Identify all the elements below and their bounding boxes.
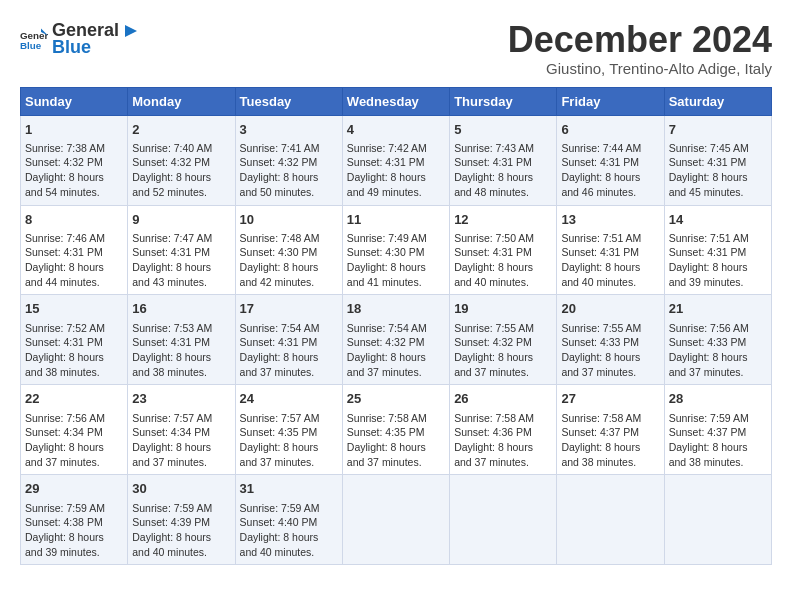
day-number: 26 [454, 390, 552, 408]
weekday-header: Friday [557, 87, 664, 115]
day-number: 27 [561, 390, 659, 408]
day-info: Sunrise: 7:59 AM Sunset: 4:39 PM Dayligh… [132, 502, 212, 558]
day-info: Sunrise: 7:43 AM Sunset: 4:31 PM Dayligh… [454, 142, 534, 198]
day-info: Sunrise: 7:45 AM Sunset: 4:31 PM Dayligh… [669, 142, 749, 198]
day-info: Sunrise: 7:51 AM Sunset: 4:31 PM Dayligh… [561, 232, 641, 288]
calendar-cell: 27 Sunrise: 7:58 AM Sunset: 4:37 PM Dayl… [557, 385, 664, 475]
day-number: 28 [669, 390, 767, 408]
day-info: Sunrise: 7:44 AM Sunset: 4:31 PM Dayligh… [561, 142, 641, 198]
day-number: 7 [669, 121, 767, 139]
day-number: 9 [132, 211, 230, 229]
weekday-header: Sunday [21, 87, 128, 115]
day-number: 30 [132, 480, 230, 498]
calendar-cell: 4 Sunrise: 7:42 AM Sunset: 4:31 PM Dayli… [342, 115, 449, 205]
day-info: Sunrise: 7:52 AM Sunset: 4:31 PM Dayligh… [25, 322, 105, 378]
calendar-week-row: 29 Sunrise: 7:59 AM Sunset: 4:38 PM Dayl… [21, 475, 772, 565]
day-number: 31 [240, 480, 338, 498]
logo-icon: General Blue [20, 25, 48, 53]
day-info: Sunrise: 7:57 AM Sunset: 4:34 PM Dayligh… [132, 412, 212, 468]
day-info: Sunrise: 7:46 AM Sunset: 4:31 PM Dayligh… [25, 232, 105, 288]
day-number: 5 [454, 121, 552, 139]
weekday-header: Monday [128, 87, 235, 115]
day-info: Sunrise: 7:54 AM Sunset: 4:32 PM Dayligh… [347, 322, 427, 378]
day-number: 15 [25, 300, 123, 318]
day-number: 19 [454, 300, 552, 318]
day-info: Sunrise: 7:55 AM Sunset: 4:32 PM Dayligh… [454, 322, 534, 378]
calendar-cell: 9 Sunrise: 7:47 AM Sunset: 4:31 PM Dayli… [128, 205, 235, 295]
day-number: 23 [132, 390, 230, 408]
calendar-cell: 24 Sunrise: 7:57 AM Sunset: 4:35 PM Dayl… [235, 385, 342, 475]
day-info: Sunrise: 7:38 AM Sunset: 4:32 PM Dayligh… [25, 142, 105, 198]
calendar-cell: 1 Sunrise: 7:38 AM Sunset: 4:32 PM Dayli… [21, 115, 128, 205]
day-info: Sunrise: 7:51 AM Sunset: 4:31 PM Dayligh… [669, 232, 749, 288]
day-info: Sunrise: 7:53 AM Sunset: 4:31 PM Dayligh… [132, 322, 212, 378]
svg-text:Blue: Blue [20, 40, 42, 51]
day-number: 24 [240, 390, 338, 408]
day-info: Sunrise: 7:55 AM Sunset: 4:33 PM Dayligh… [561, 322, 641, 378]
day-number: 11 [347, 211, 445, 229]
day-number: 16 [132, 300, 230, 318]
calendar-cell: 16 Sunrise: 7:53 AM Sunset: 4:31 PM Dayl… [128, 295, 235, 385]
calendar-cell: 18 Sunrise: 7:54 AM Sunset: 4:32 PM Dayl… [342, 295, 449, 385]
day-number: 1 [25, 121, 123, 139]
calendar-cell: 21 Sunrise: 7:56 AM Sunset: 4:33 PM Dayl… [664, 295, 771, 385]
weekday-header: Saturday [664, 87, 771, 115]
day-info: Sunrise: 7:58 AM Sunset: 4:35 PM Dayligh… [347, 412, 427, 468]
day-number: 20 [561, 300, 659, 318]
calendar-week-row: 22 Sunrise: 7:56 AM Sunset: 4:34 PM Dayl… [21, 385, 772, 475]
calendar-cell: 13 Sunrise: 7:51 AM Sunset: 4:31 PM Dayl… [557, 205, 664, 295]
calendar-cell: 15 Sunrise: 7:52 AM Sunset: 4:31 PM Dayl… [21, 295, 128, 385]
calendar-cell: 12 Sunrise: 7:50 AM Sunset: 4:31 PM Dayl… [450, 205, 557, 295]
logo-arrow-icon [121, 21, 141, 41]
day-info: Sunrise: 7:58 AM Sunset: 4:36 PM Dayligh… [454, 412, 534, 468]
month-title: December 2024 [508, 20, 772, 60]
day-info: Sunrise: 7:54 AM Sunset: 4:31 PM Dayligh… [240, 322, 320, 378]
logo: General Blue General Blue [20, 20, 141, 58]
svg-marker-3 [125, 25, 137, 37]
calendar-cell [450, 475, 557, 565]
day-number: 13 [561, 211, 659, 229]
calendar-cell [557, 475, 664, 565]
day-info: Sunrise: 7:47 AM Sunset: 4:31 PM Dayligh… [132, 232, 212, 288]
calendar-cell: 5 Sunrise: 7:43 AM Sunset: 4:31 PM Dayli… [450, 115, 557, 205]
header-row: SundayMondayTuesdayWednesdayThursdayFrid… [21, 87, 772, 115]
day-number: 10 [240, 211, 338, 229]
calendar-cell: 26 Sunrise: 7:58 AM Sunset: 4:36 PM Dayl… [450, 385, 557, 475]
day-info: Sunrise: 7:58 AM Sunset: 4:37 PM Dayligh… [561, 412, 641, 468]
day-number: 21 [669, 300, 767, 318]
calendar-week-row: 8 Sunrise: 7:46 AM Sunset: 4:31 PM Dayli… [21, 205, 772, 295]
calendar-cell: 11 Sunrise: 7:49 AM Sunset: 4:30 PM Dayl… [342, 205, 449, 295]
day-info: Sunrise: 7:59 AM Sunset: 4:38 PM Dayligh… [25, 502, 105, 558]
calendar-cell: 20 Sunrise: 7:55 AM Sunset: 4:33 PM Dayl… [557, 295, 664, 385]
calendar-cell: 31 Sunrise: 7:59 AM Sunset: 4:40 PM Dayl… [235, 475, 342, 565]
day-info: Sunrise: 7:59 AM Sunset: 4:37 PM Dayligh… [669, 412, 749, 468]
title-area: December 2024 Giustino, Trentino-Alto Ad… [508, 20, 772, 77]
calendar-cell [342, 475, 449, 565]
calendar-table: SundayMondayTuesdayWednesdayThursdayFrid… [20, 87, 772, 566]
day-number: 2 [132, 121, 230, 139]
day-info: Sunrise: 7:42 AM Sunset: 4:31 PM Dayligh… [347, 142, 427, 198]
day-number: 8 [25, 211, 123, 229]
day-number: 25 [347, 390, 445, 408]
weekday-header: Thursday [450, 87, 557, 115]
day-number: 29 [25, 480, 123, 498]
calendar-cell: 25 Sunrise: 7:58 AM Sunset: 4:35 PM Dayl… [342, 385, 449, 475]
day-info: Sunrise: 7:40 AM Sunset: 4:32 PM Dayligh… [132, 142, 212, 198]
day-number: 18 [347, 300, 445, 318]
weekday-header: Tuesday [235, 87, 342, 115]
day-info: Sunrise: 7:50 AM Sunset: 4:31 PM Dayligh… [454, 232, 534, 288]
weekday-header: Wednesday [342, 87, 449, 115]
day-number: 17 [240, 300, 338, 318]
calendar-cell: 7 Sunrise: 7:45 AM Sunset: 4:31 PM Dayli… [664, 115, 771, 205]
calendar-cell [664, 475, 771, 565]
day-number: 12 [454, 211, 552, 229]
day-number: 4 [347, 121, 445, 139]
day-info: Sunrise: 7:56 AM Sunset: 4:33 PM Dayligh… [669, 322, 749, 378]
day-info: Sunrise: 7:59 AM Sunset: 4:40 PM Dayligh… [240, 502, 320, 558]
calendar-cell: 30 Sunrise: 7:59 AM Sunset: 4:39 PM Dayl… [128, 475, 235, 565]
day-info: Sunrise: 7:49 AM Sunset: 4:30 PM Dayligh… [347, 232, 427, 288]
calendar-cell: 17 Sunrise: 7:54 AM Sunset: 4:31 PM Dayl… [235, 295, 342, 385]
day-info: Sunrise: 7:57 AM Sunset: 4:35 PM Dayligh… [240, 412, 320, 468]
day-info: Sunrise: 7:48 AM Sunset: 4:30 PM Dayligh… [240, 232, 320, 288]
day-info: Sunrise: 7:56 AM Sunset: 4:34 PM Dayligh… [25, 412, 105, 468]
